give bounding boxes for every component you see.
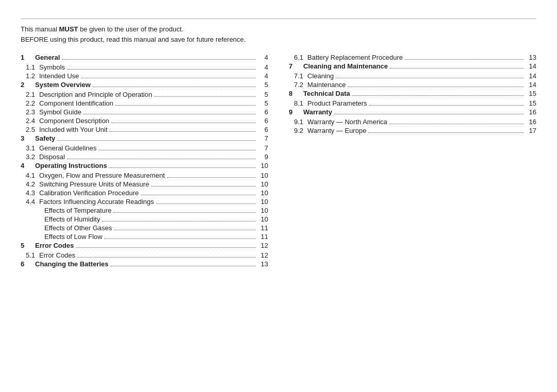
toc-sub-label: Error Codes (39, 251, 75, 259)
toc-sub-num: 2.2 (21, 99, 39, 107)
toc-left-column: 1General41.1Symbols41.2Intended Use42Sys… (21, 54, 268, 270)
toc-main-num: 4 (21, 162, 35, 169)
toc-sub-num: 1.2 (21, 72, 39, 80)
toc-dots (116, 105, 256, 106)
toc-sub-num: 1.1 (21, 63, 39, 71)
toc-dots (67, 69, 256, 70)
toc-main-label: Changing the Batteries (35, 260, 108, 268)
toc-sub-num: 6.1 (289, 54, 307, 61)
toc-main-page: 7 (258, 134, 268, 142)
toc-dots (156, 203, 256, 204)
toc-dots (348, 87, 524, 87)
toc-sub-label: Description and Principle of Operation (39, 91, 152, 98)
toc-sub-entry: 4.1Oxygen, Flow and Pressure Measurement… (21, 172, 268, 179)
toc-dots (77, 257, 256, 258)
toc-dots (390, 68, 524, 69)
toc-dots (352, 95, 524, 96)
toc-sub-entry: 9.2Warranty — Europe17 (289, 127, 536, 134)
toc-main-entry: 7Cleaning and Maintenance14 (289, 62, 536, 70)
toc-main-page: 5 (258, 81, 268, 89)
toc-sub-num: 5.1 (21, 251, 39, 259)
toc-dots (109, 167, 256, 168)
intro-line2: BEFORE using this product, read this man… (21, 36, 245, 43)
toc-sub-label: Symbol Guide (39, 108, 81, 116)
toc-sub-num: 2.4 (21, 117, 39, 125)
toc-main-label: Error Codes (35, 242, 74, 249)
toc-sub-num: 4.2 (21, 180, 39, 188)
toc-sub-num: 3.2 (21, 153, 39, 161)
toc-dots (141, 195, 256, 195)
toc-dots (99, 150, 256, 150)
toc-sub-entry: 2.3Symbol Guide6 (21, 108, 268, 116)
toc-sub-label: Included with Your Unit (39, 126, 107, 133)
toc-main-entry: 6Changing the Batteries13 (21, 260, 268, 268)
toc-main-num: 5 (21, 242, 35, 249)
toc-sub-page: 6 (258, 108, 268, 116)
toc-sub-label: Product Parameters (307, 99, 367, 107)
toc-sub-label: Factors Influencing Accurate Readings (39, 198, 154, 206)
toc-dots (368, 132, 524, 133)
toc-sub-label: Symbols (39, 63, 65, 71)
toc-sub-page: 7 (258, 144, 268, 152)
toc-sub-entry: 8.1Product Parameters15 (289, 99, 536, 107)
toc-dots (369, 105, 524, 106)
toc-dots (57, 140, 256, 141)
toc-sub-num: 7.2 (289, 81, 307, 89)
toc-sub-entry: 7.2Maintenance14 (289, 81, 536, 89)
toc-main-page: 13 (258, 260, 268, 268)
toc-sub-label: Component Description (39, 117, 109, 125)
toc-main-num: 7 (289, 62, 303, 70)
toc-sub-entry: 2.5Included with Your Unit6 (21, 126, 268, 133)
toc-main-page: 16 (526, 108, 536, 116)
toc-sub-label: Intended Use (39, 72, 79, 80)
toc-dots (334, 114, 524, 114)
toc-sub-page: 11 (258, 233, 268, 241)
toc-main-entry: 5Error Codes12 (21, 242, 268, 249)
toc-sub-entry: 1.2Intended Use4 (21, 72, 268, 80)
toc-dots (102, 221, 256, 221)
toc-main-entry: 2System Overview5 (21, 81, 268, 89)
toc-sub-entry: 2.2Component Identification5 (21, 99, 268, 107)
toc-dots (104, 238, 256, 239)
toc-sub-label: Calibration Verification Procedure (39, 189, 139, 197)
toc-main-entry: 9Warranty16 (289, 108, 536, 116)
toc-main-label: Operating Instructions (35, 162, 107, 169)
toc-sub-page: 6 (258, 126, 268, 133)
toc-sub-label: Effects of Temperature (44, 207, 111, 214)
toc-main-label: Warranty (303, 108, 332, 116)
toc-dots (167, 177, 256, 178)
toc-main-label: Safety (35, 134, 55, 142)
toc-dots (93, 87, 256, 87)
toc-sub-entry: 4.3Calibration Verification Procedure10 (21, 189, 268, 197)
toc-sub-num: 4.4 (21, 198, 39, 206)
toc-sub-num: 2.5 (21, 126, 39, 133)
toc-sub-num: 9.2 (289, 127, 307, 134)
toc-dots (62, 59, 256, 60)
toc-main-page: 14 (526, 62, 536, 70)
toc-sub-page: 10 (258, 207, 268, 214)
toc-columns: 1General41.1Symbols41.2Intended Use42Sys… (21, 54, 536, 270)
toc-sub-num: 3.1 (21, 144, 39, 152)
toc-dots (405, 59, 524, 60)
toc-sub-label: Disposal (39, 153, 65, 161)
toc-main-num: 8 (289, 90, 303, 97)
toc-sub-entry: 4.2Switching Pressure Units of Measure10 (21, 180, 268, 188)
toc-sub-entry: 3.1General Guidelines7 (21, 144, 268, 152)
toc-dots (110, 266, 256, 266)
toc-sub-num: 9.1 (289, 118, 307, 126)
toc-sub-page: 10 (258, 172, 268, 179)
toc-sub-num: 2.3 (21, 108, 39, 116)
toc-dots (151, 186, 256, 186)
toc-main-num: 2 (21, 81, 35, 89)
toc-sub-page: 10 (258, 189, 268, 197)
toc-right-column: 6.1Battery Replacement Procedure137Clean… (289, 54, 536, 270)
toc-sub-page: 10 (258, 198, 268, 206)
toc-sub-entry: Effects of Temperature10 (21, 207, 268, 214)
toc-sub-label: Battery Replacement Procedure (307, 54, 403, 61)
toc-sub-page: 17 (526, 127, 536, 134)
toc-sub-label: Component Identification (39, 99, 113, 107)
toc-main-label: General (35, 54, 60, 61)
toc-sub-page: 9 (258, 153, 268, 161)
toc-sub-page: 10 (258, 180, 268, 188)
toc-dots (67, 159, 256, 159)
